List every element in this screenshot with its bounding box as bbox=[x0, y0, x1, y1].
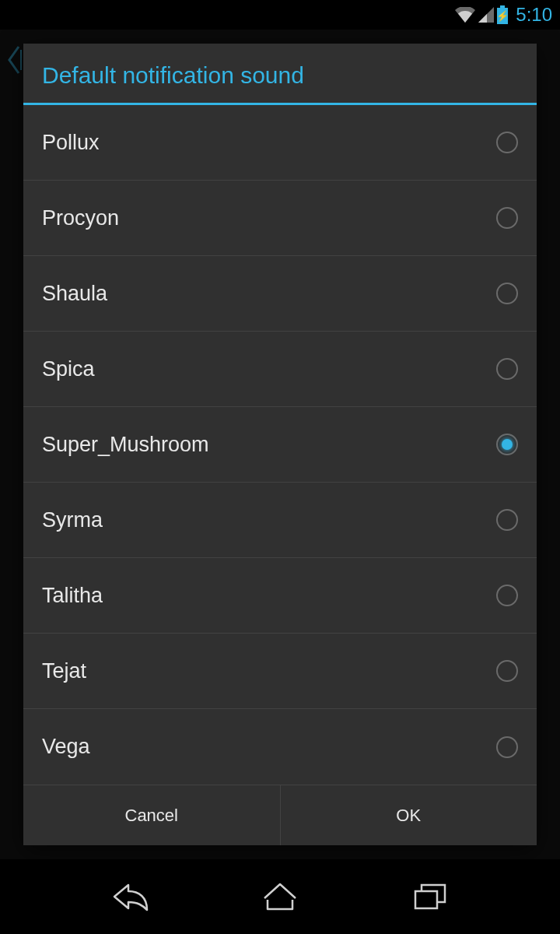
sound-item[interactable]: Tejat bbox=[23, 634, 537, 709]
sound-item[interactable]: Procyon bbox=[23, 181, 537, 256]
sound-item[interactable]: Pollux bbox=[23, 105, 537, 181]
dialog-title: Default notification sound bbox=[42, 62, 518, 89]
radio-button[interactable] bbox=[496, 358, 518, 380]
sound-label: Procyon bbox=[42, 206, 119, 230]
status-clock: 5:10 bbox=[516, 4, 552, 26]
back-chevron-icon bbox=[5, 44, 25, 79]
nav-back-button[interactable] bbox=[99, 873, 161, 920]
radio-button[interactable] bbox=[496, 132, 518, 153]
svg-rect-0 bbox=[20, 50, 22, 70]
svg-rect-1 bbox=[415, 891, 437, 908]
radio-button[interactable] bbox=[496, 434, 518, 455]
sound-label: Shaula bbox=[42, 282, 107, 306]
radio-button[interactable] bbox=[496, 207, 518, 229]
nav-recent-button[interactable] bbox=[399, 873, 461, 920]
radio-button[interactable] bbox=[496, 509, 518, 531]
sound-item[interactable]: Talitha bbox=[23, 558, 537, 634]
sound-list[interactable]: PolluxProcyonShaulaSpicaSuper_MushroomSy… bbox=[23, 105, 537, 785]
sound-label: Talitha bbox=[42, 584, 103, 608]
radio-button[interactable] bbox=[496, 736, 518, 758]
radio-button[interactable] bbox=[496, 585, 518, 606]
sound-label: Syrma bbox=[42, 508, 103, 532]
sound-label: Spica bbox=[42, 357, 95, 381]
sound-label: Vega bbox=[42, 735, 90, 759]
ok-button[interactable]: OK bbox=[281, 785, 537, 845]
radio-button[interactable] bbox=[496, 660, 518, 682]
radio-button[interactable] bbox=[496, 283, 518, 304]
sound-item[interactable]: Vega bbox=[23, 709, 537, 785]
status-bar: ⚡ 5:10 bbox=[0, 0, 560, 30]
wifi-icon bbox=[455, 7, 475, 23]
sound-label: Pollux bbox=[42, 131, 100, 155]
cancel-button[interactable]: Cancel bbox=[23, 785, 281, 845]
sound-item[interactable]: Spica bbox=[23, 332, 537, 407]
sound-label: Super_Mushroom bbox=[42, 433, 209, 457]
dialog-header: Default notification sound bbox=[23, 44, 537, 105]
nav-home-button[interactable] bbox=[249, 873, 311, 920]
battery-charging-icon: ⚡ bbox=[497, 5, 508, 24]
sound-item[interactable]: Shaula bbox=[23, 256, 537, 332]
sound-item[interactable]: Super_Mushroom bbox=[23, 407, 537, 483]
dialog-buttons: Cancel OK bbox=[23, 785, 537, 845]
navigation-bar bbox=[0, 859, 560, 934]
sound-item[interactable]: Syrma bbox=[23, 483, 537, 558]
cell-signal-icon bbox=[478, 7, 494, 23]
sound-label: Tejat bbox=[42, 659, 86, 683]
notification-sound-dialog: Default notification sound PolluxProcyon… bbox=[23, 44, 537, 845]
